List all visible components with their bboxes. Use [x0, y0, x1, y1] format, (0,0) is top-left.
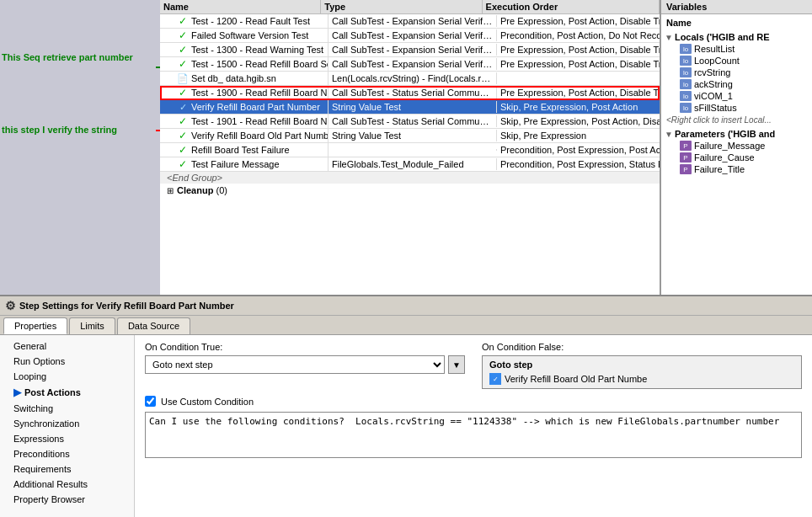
locals-section: ▼ Locals ('HGIB and RE lo ResultList lo …: [663, 31, 810, 126]
check-icon: ✓: [177, 115, 189, 127]
params-section-title: ▼ Parameters ('HGIB and: [663, 128, 810, 140]
right-click-note: <Right click to insert Local...: [663, 114, 810, 126]
var-name-col-header: Name: [663, 16, 810, 29]
check-icon: ✓: [177, 144, 189, 156]
table-row-selected-red[interactable]: ✓Test - 1900 - Read Refill Board Nor... …: [160, 86, 660, 100]
nav-preconditions[interactable]: Preconditions: [0, 446, 134, 461]
check-icon: ✓: [177, 130, 189, 141]
condition-textarea[interactable]: [145, 412, 802, 458]
on-condition-false-label: On Condition False:: [482, 342, 802, 352]
var-name-ackstring: ackString: [694, 79, 733, 89]
var-name-resultlist: ResultList: [694, 44, 735, 54]
table-row[interactable]: ✓Test - 1500 - Read Refill Board Seri...…: [160, 57, 660, 72]
nav-requirements[interactable]: Requirements: [0, 461, 134, 477]
annotation-verify-text: this step I verify the string: [2, 125, 117, 135]
nav-synchronization[interactable]: Synchronization: [0, 416, 134, 431]
var-tree: Name ▼ Locals ('HGIB and RE lo ResultLis…: [661, 14, 812, 179]
table-row[interactable]: 📄Set db_ data.hgib.sn Len(Locals.rcvStri…: [160, 72, 660, 86]
var-name-vicom: viCOM_1: [694, 91, 733, 101]
table-row-selected-blue[interactable]: ✓Verify Refill Board Part Number String …: [160, 100, 660, 115]
test-list-header: Name Type Execution Order: [160, 0, 660, 14]
check-icon: ✓: [177, 158, 189, 170]
nav-post-actions[interactable]: ▶ Post Actions: [0, 384, 134, 401]
params-expand-icon[interactable]: ▼: [665, 130, 673, 139]
var-name-failure-message: Failure_Message: [694, 141, 765, 151]
var-type-icon: P: [680, 141, 692, 151]
table-row[interactable]: ✓Verify Refill Board Old Part Number Str…: [160, 129, 660, 143]
doc-icon: 📄: [177, 72, 189, 84]
check-icon: ✓: [177, 15, 189, 27]
step-settings-titlebar: ⚙ Step Settings for Verify Refill Board …: [0, 296, 812, 316]
var-item: lo ResultList: [663, 43, 810, 55]
on-condition-false-col: On Condition False: Goto step ✓ Verify R…: [482, 342, 802, 389]
verify-step-name: Verify Refill Board Old Part Numbe: [505, 374, 647, 384]
var-type-icon: lo: [680, 67, 692, 77]
props-nav: General Run Options Looping ▶ Post Actio…: [0, 335, 135, 517]
table-row[interactable]: ✓Refill Board Test Failure Precondition,…: [160, 143, 660, 157]
nav-additional-results[interactable]: Additional Results: [0, 477, 134, 492]
nav-run-options[interactable]: Run Options: [0, 354, 134, 369]
annotation-panel: This Seq retrieve part number this step …: [0, 0, 160, 295]
tab-properties[interactable]: Properties: [3, 317, 67, 334]
step-settings-panel: ⚙ Step Settings for Verify Refill Board …: [0, 295, 812, 517]
verify-step-row: ✓ Verify Refill Board Old Part Numbe: [489, 373, 794, 385]
cleanup-row[interactable]: ⊞ Cleanup (0): [160, 184, 660, 197]
use-custom-condition-row: Use Custom Condition: [145, 396, 802, 407]
tab-datasource[interactable]: Data Source: [117, 317, 190, 334]
nav-expressions[interactable]: Expressions: [0, 431, 134, 446]
goto-step-label: Goto step: [489, 360, 794, 370]
var-name-loopcount: LoopCount: [694, 56, 740, 66]
table-row[interactable]: ✓Test - 1300 - Read Warning Test Call Su…: [160, 43, 660, 57]
variables-panel: Variables Name ▼ Locals ('HGIB and RE lo…: [660, 0, 812, 295]
dropdown-row: Goto next step ▼: [145, 355, 465, 374]
col-header-name: Name: [160, 0, 321, 13]
check-icon: ✓: [177, 58, 189, 70]
col-header-type: Type: [321, 0, 482, 13]
col-header-exec: Execution Order: [483, 0, 660, 13]
table-row[interactable]: ✓Failed Software Version Test Call SubTe…: [160, 29, 660, 43]
var-item: lo rcvString: [663, 67, 810, 78]
check-icon: ✓: [177, 29, 189, 41]
nav-switching-label: Switching: [13, 403, 53, 413]
var-item: lo viCOM_1: [663, 90, 810, 102]
nav-looping[interactable]: Looping: [0, 369, 134, 384]
nav-general[interactable]: General: [0, 338, 134, 354]
locals-section-title: ▼ Locals ('HGIB and RE: [663, 31, 810, 43]
var-item: lo LoopCount: [663, 55, 810, 67]
annotation-seq-text: This Seq retrieve part number: [2, 52, 133, 62]
on-condition-true-label: On Condition True:: [145, 342, 465, 352]
tab-limits[interactable]: Limits: [69, 317, 115, 334]
nav-run-options-label: Run Options: [13, 356, 65, 366]
nav-general-label: General: [13, 341, 46, 351]
use-custom-condition-checkbox[interactable]: [145, 396, 156, 407]
nav-switching[interactable]: Switching: [0, 401, 134, 416]
end-group-row: <End Group>: [160, 172, 660, 184]
var-type-icon: P: [680, 164, 692, 174]
goto-next-step-dropdown[interactable]: Goto next step: [145, 355, 445, 374]
nav-property-browser-label: Property Browser: [13, 494, 85, 504]
custom-condition-section: Use Custom Condition: [145, 396, 802, 460]
props-main: On Condition True: Goto next step ▼ On C…: [135, 335, 812, 517]
nav-expressions-label: Expressions: [13, 434, 64, 444]
var-type-icon: lo: [680, 91, 692, 101]
nav-post-actions-label: Post Actions: [24, 387, 81, 397]
var-name-sfillstatus: sFillStatus: [694, 103, 737, 113]
table-row[interactable]: ✓Test Failure Message FileGlobals.Test_M…: [160, 157, 660, 172]
nav-property-browser[interactable]: Property Browser: [0, 492, 134, 507]
params-section: ▼ Parameters ('HGIB and P Failure_Messag…: [663, 128, 810, 175]
dropdown-expand-btn[interactable]: ▼: [448, 355, 465, 374]
on-condition-false-box: Goto step ✓ Verify Refill Board Old Part…: [482, 355, 802, 389]
var-name-failure-title: Failure_Title: [694, 164, 745, 174]
condition-row: On Condition True: Goto next step ▼ On C…: [145, 342, 802, 389]
table-row[interactable]: ✓Test - 1901 - Read Refill Board Nor... …: [160, 115, 660, 129]
check-icon: ✓: [177, 101, 189, 113]
locals-expand-icon[interactable]: ▼: [665, 33, 673, 42]
use-custom-condition-label: Use Custom Condition: [161, 397, 254, 407]
check-icon: ✓: [177, 87, 189, 99]
table-row[interactable]: ✓Test - 1200 - Read Fault Test Call SubT…: [160, 14, 660, 29]
locals-label: Locals ('HGIB and RE: [675, 32, 770, 42]
test-list-area: Name Type Execution Order ✓Test - 1200 -…: [160, 0, 660, 295]
var-item: lo ackString: [663, 78, 810, 90]
cleanup-label: Cleanup (0): [177, 185, 227, 195]
nav-additional-results-label: Additional Results: [13, 479, 88, 489]
